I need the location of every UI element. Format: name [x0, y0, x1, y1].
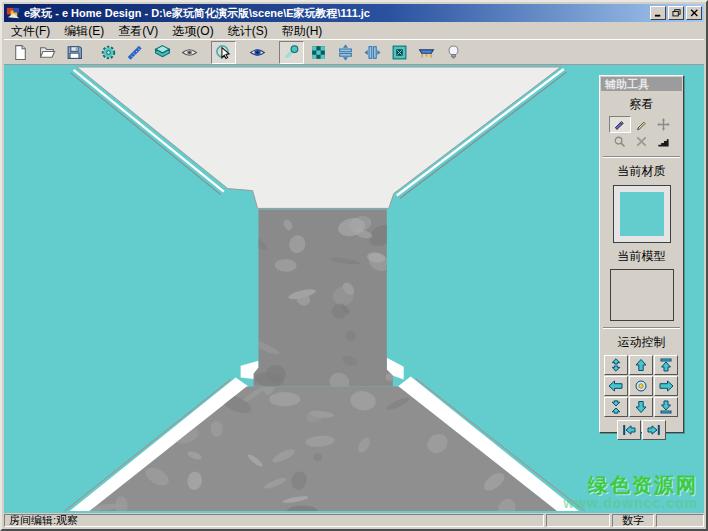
status-mode: 房间编辑:观察	[4, 514, 544, 527]
toolbar	[4, 39, 704, 64]
menu-item-help[interactable]: 帮助(H)	[275, 23, 330, 39]
menu-item-edit[interactable]: 编辑(E)	[57, 23, 111, 39]
select-target-button[interactable]	[211, 41, 236, 64]
step-right-button[interactable]	[642, 420, 666, 440]
move-updown-button[interactable]	[604, 355, 628, 375]
move-downup-button[interactable]	[604, 397, 628, 417]
paint-spray-button[interactable]	[279, 41, 304, 64]
open-folder-button[interactable]	[35, 41, 60, 64]
view-pen-tool-button[interactable]	[609, 116, 631, 133]
split-vertical-button[interactable]	[360, 41, 385, 64]
measure-ruler-button[interactable]	[123, 41, 148, 64]
minimize-button[interactable]	[650, 6, 666, 20]
move-tool-button[interactable]	[653, 116, 675, 133]
menu-item-options[interactable]: 选项(O)	[165, 23, 220, 39]
view-tools	[609, 116, 675, 150]
move-top-button[interactable]	[654, 355, 678, 375]
move-bottom-button[interactable]	[654, 397, 678, 417]
app-window: e家玩 - e Home Design - D:\e家玩简化演示版\scene\…	[0, 0, 708, 531]
status-bar: 房间编辑:观察 数字	[4, 513, 704, 527]
separator	[603, 327, 680, 329]
move-right-button[interactable]	[654, 376, 678, 396]
move-down-button[interactable]	[629, 397, 653, 417]
orbit-ball-button[interactable]	[629, 376, 653, 396]
pencil-tool-button[interactable]	[631, 116, 653, 133]
model-section-label: 当前模型	[600, 248, 683, 265]
menu-item-stats[interactable]: 统计(S)	[221, 23, 275, 39]
status-panel-empty	[546, 514, 610, 527]
motion-control-extra	[600, 420, 683, 440]
move-left-button[interactable]	[604, 376, 628, 396]
texture-box-button[interactable]	[387, 41, 412, 64]
camera-eye-button[interactable]	[245, 41, 270, 64]
window-controls	[650, 6, 702, 20]
settings-gear-button[interactable]	[96, 41, 121, 64]
panel-title[interactable]: 辅助工具	[601, 77, 682, 91]
material-section-label: 当前材质	[600, 163, 683, 180]
preview-eye-button[interactable]	[177, 41, 202, 64]
title-bar[interactable]: e家玩 - e Home Design - D:\e家玩简化演示版\scene\…	[4, 4, 704, 22]
light-lamp-button[interactable]	[441, 41, 466, 64]
view-section-label: 察看	[600, 96, 683, 113]
new-document-button[interactable]	[8, 41, 33, 64]
material-swatch	[620, 192, 664, 236]
stairs-tool-button[interactable]	[653, 133, 675, 150]
split-horizontal-button[interactable]	[333, 41, 358, 64]
motion-section-label: 运动控制	[600, 334, 683, 351]
restore-button[interactable]	[668, 6, 684, 20]
status-panel-end	[656, 514, 704, 527]
delete-tool-button[interactable]	[631, 133, 653, 150]
menu-item-view[interactable]: 查看(V)	[111, 23, 165, 39]
app-icon	[6, 6, 21, 21]
current-material-box[interactable]	[613, 185, 671, 243]
furniture-table-button[interactable]	[414, 41, 439, 64]
roof-layers-button[interactable]	[150, 41, 175, 64]
separator	[603, 156, 680, 158]
viewport-3d[interactable]: 绿色资源网 www.downcc.com 辅助工具 察看 当前材质 当前模型 运…	[4, 64, 704, 513]
motion-control-grid	[604, 355, 679, 417]
step-left-button[interactable]	[617, 420, 641, 440]
move-up-button[interactable]	[629, 355, 653, 375]
window-title: e家玩 - e Home Design - D:\e家玩简化演示版\scene\…	[24, 6, 650, 21]
material-checker-button[interactable]	[306, 41, 331, 64]
close-button[interactable]	[686, 6, 702, 20]
save-file-button[interactable]	[62, 41, 87, 64]
status-num-lock: 数字	[612, 514, 654, 527]
current-model-box[interactable]	[610, 269, 674, 321]
menu-item-file[interactable]: 文件(F)	[4, 23, 57, 39]
zoom-tool-button[interactable]	[609, 133, 631, 150]
auxiliary-tools-panel: 辅助工具 察看 当前材质 当前模型 运动控制	[599, 75, 684, 433]
menu-bar: 文件(F)编辑(E)查看(V)选项(O)统计(S)帮助(H)	[4, 23, 704, 39]
